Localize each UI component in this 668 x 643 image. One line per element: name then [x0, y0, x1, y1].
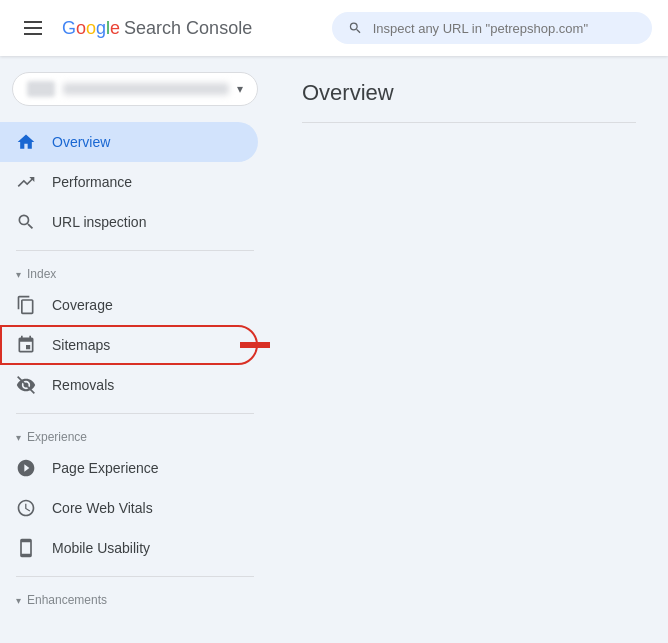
- section-index-label: Index: [27, 267, 56, 281]
- header: Google Search Console: [0, 0, 668, 56]
- mobile-usability-label: Mobile Usability: [52, 540, 150, 556]
- section-enhancements-label: Enhancements: [27, 593, 107, 607]
- sidebar: ▾ Overview Performance: [0, 56, 270, 643]
- section-experience: ▾ Experience: [0, 422, 270, 448]
- coverage-icon: [16, 295, 36, 315]
- sidebar-item-performance[interactable]: Performance: [0, 162, 258, 202]
- sitemaps-label: Sitemaps: [52, 337, 110, 353]
- chevron-down-icon-2: ▾: [16, 432, 21, 443]
- divider-3: [16, 576, 254, 577]
- sidebar-item-removals[interactable]: Removals: [0, 365, 258, 405]
- removals-icon: [16, 375, 36, 395]
- sidebar-item-url-inspection[interactable]: URL inspection: [0, 202, 258, 242]
- main-layout: ▾ Overview Performance: [0, 56, 668, 643]
- core-web-vitals-label: Core Web Vitals: [52, 500, 153, 516]
- logo-letter-g: G: [62, 18, 76, 39]
- trending-up-icon: [16, 172, 36, 192]
- logo: Google Search Console: [62, 18, 252, 39]
- property-name: [63, 83, 229, 95]
- sidebar-item-mobile-usability[interactable]: Mobile Usability: [0, 528, 258, 568]
- gauge-icon: [16, 498, 36, 518]
- sidebar-item-page-experience[interactable]: Page Experience: [0, 448, 258, 488]
- chevron-down-icon-3: ▾: [16, 595, 21, 606]
- divider-2: [16, 413, 254, 414]
- logo-letter-g2: g: [96, 18, 106, 39]
- content-divider: [302, 122, 636, 123]
- sidebar-item-coverage[interactable]: Coverage: [0, 285, 258, 325]
- performance-label: Performance: [52, 174, 132, 190]
- mobile-icon: [16, 538, 36, 558]
- logo-letter-e: e: [110, 18, 120, 39]
- coverage-label: Coverage: [52, 297, 113, 313]
- home-icon: [16, 132, 36, 152]
- menu-icon[interactable]: [16, 13, 50, 43]
- property-selector[interactable]: ▾: [12, 72, 258, 106]
- page-title: Overview: [302, 80, 636, 106]
- url-search-icon: [16, 212, 36, 232]
- svg-marker-0: [260, 335, 270, 355]
- page-experience-icon: [16, 458, 36, 478]
- sitemap-icon: [16, 335, 36, 355]
- overview-label: Overview: [52, 134, 110, 150]
- removals-label: Removals: [52, 377, 114, 393]
- search-input[interactable]: [373, 21, 636, 36]
- sidebar-item-overview[interactable]: Overview: [0, 122, 258, 162]
- page-experience-label: Page Experience: [52, 460, 159, 476]
- section-experience-label: Experience: [27, 430, 87, 444]
- dropdown-arrow-icon: ▾: [237, 82, 243, 96]
- search-bar[interactable]: [332, 12, 652, 44]
- google-logo: Google: [62, 18, 120, 39]
- logo-letter-o2: o: [86, 18, 96, 39]
- search-icon: [348, 20, 363, 36]
- product-name: Search Console: [124, 18, 252, 39]
- content-area: Overview: [270, 56, 668, 643]
- url-inspection-label: URL inspection: [52, 214, 146, 230]
- sidebar-item-core-web-vitals[interactable]: Core Web Vitals: [0, 488, 258, 528]
- property-avatar: [27, 81, 55, 97]
- logo-letter-o1: o: [76, 18, 86, 39]
- divider-1: [16, 250, 254, 251]
- section-enhancements: ▾ Enhancements: [0, 585, 270, 611]
- sidebar-item-sitemaps[interactable]: Sitemaps: [0, 325, 258, 365]
- chevron-down-icon: ▾: [16, 269, 21, 280]
- sitemaps-wrapper: Sitemaps: [0, 325, 270, 365]
- section-index: ▾ Index: [0, 259, 270, 285]
